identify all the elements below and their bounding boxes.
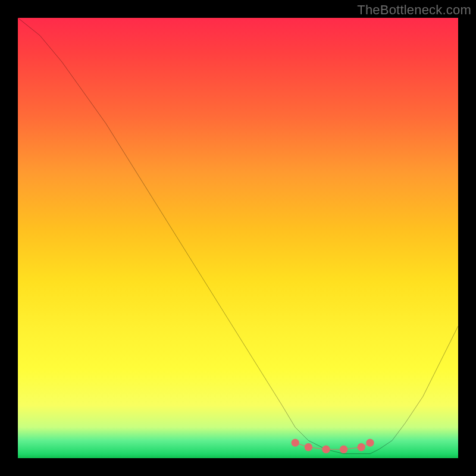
plot-area [18,18,458,458]
bottleneck-curve [18,18,458,458]
curve-polyline [18,18,458,454]
chart-frame: TheBottleneck.com [0,0,476,476]
watermark-text: TheBottleneck.com [357,2,471,18]
optimal-zone-markers [292,439,374,453]
